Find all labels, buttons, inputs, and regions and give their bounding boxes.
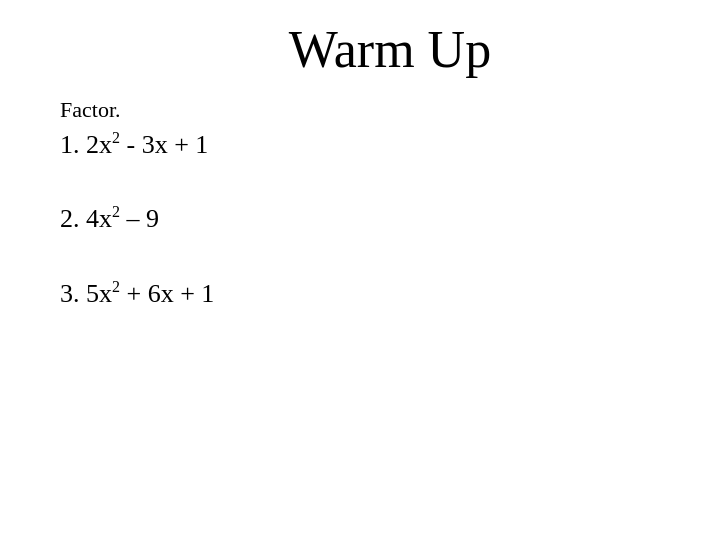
instruction-label: Factor. [60, 97, 660, 123]
problem-3-text: 3. 5x2 + 6x + 1 [60, 279, 214, 308]
problem-1-text: 1. 2x2 - 3x + 1 [60, 130, 208, 159]
page: Warm Up Factor. 1. 2x2 - 3x + 1 2. 4x2 –… [0, 0, 720, 540]
problem-2: 2. 4x2 – 9 [60, 201, 660, 237]
problem-3: 3. 5x2 + 6x + 1 [60, 276, 660, 312]
page-title: Warm Up [60, 20, 660, 79]
problem-2-text: 2. 4x2 – 9 [60, 204, 159, 233]
problem-1: 1. 2x2 - 3x + 1 [60, 127, 660, 163]
instruction-block: Factor. 1. 2x2 - 3x + 1 [60, 97, 660, 163]
